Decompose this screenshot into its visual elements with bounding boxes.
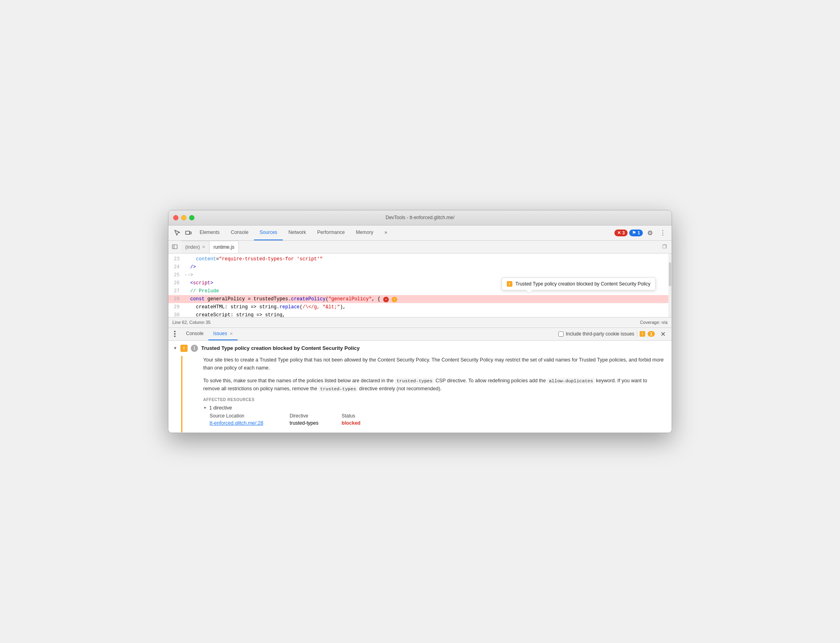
tab-more[interactable]: » xyxy=(379,226,393,240)
affected-resources-label: AFFECTED RESOURCES xyxy=(203,397,665,402)
close-index-tab[interactable]: ✕ xyxy=(202,245,205,249)
col-header-directive: Directive xyxy=(290,413,342,419)
devtools-toolbar-right: ✕ 3 ⚑ 1 ⚙ ⋮ xyxy=(614,227,668,238)
directive-value: trusted-types xyxy=(290,420,342,426)
tooltip-warn-icon: ! xyxy=(507,281,512,287)
issue-warning-icon: ! xyxy=(180,345,188,352)
issue-count-badge: 1 xyxy=(191,345,198,352)
source-panel-right: ❐ xyxy=(660,242,672,252)
code-line-24: 24 /> xyxy=(168,263,672,271)
tab-console[interactable]: Console xyxy=(225,226,254,240)
third-party-cookie-checkbox[interactable] xyxy=(558,331,564,337)
directive-count-label: 1 directive xyxy=(209,405,232,411)
table-row: tt-enforced.glitch.me/:28 trusted-types … xyxy=(210,420,665,426)
code-line-28: 28 const generalPolicy = trustedTypes.cr… xyxy=(168,295,672,303)
svg-rect-1 xyxy=(190,232,191,234)
collapse-panel-button[interactable]: ❐ xyxy=(660,242,669,252)
window-controls xyxy=(173,215,194,220)
bottom-tab-bar: Console Issues ✕ Include third-party coo… xyxy=(168,328,672,341)
tab-performance[interactable]: Performance xyxy=(312,226,350,240)
issue-body: Your site tries to create a Trusted Type… xyxy=(181,356,672,433)
directive-chevron: ▼ xyxy=(203,406,207,410)
code-line-30: 30 createScript: string => string, xyxy=(168,311,672,318)
code-scroll-thumb[interactable] xyxy=(669,262,671,286)
issue-description-1: Your site tries to create a Trusted Type… xyxy=(203,356,665,372)
main-tabs: Elements Console Sources Network Perform… xyxy=(194,226,614,240)
tab-elements[interactable]: Elements xyxy=(194,226,225,240)
devtools-tab-bar: Elements Console Sources Network Perform… xyxy=(168,226,672,241)
third-party-cookie-checkbox-label[interactable]: Include third-party cookie issues xyxy=(558,331,634,337)
col-header-source: Source Location xyxy=(210,413,290,419)
resources-table: Source Location Directive Status tt-enfo… xyxy=(210,413,665,426)
warnings-badge[interactable]: ⚑ 1 xyxy=(629,230,643,236)
svg-rect-0 xyxy=(186,231,190,234)
minimize-button[interactable] xyxy=(181,215,186,220)
close-button[interactable] xyxy=(173,215,178,220)
table-header: Source Location Directive Status xyxy=(210,413,665,420)
close-issues-tab[interactable]: ✕ xyxy=(230,331,233,336)
status-badge: blocked xyxy=(342,420,382,426)
issue-tooltip: ! Trusted Type policy creation blocked b… xyxy=(502,278,656,290)
bottom-panel-right: Include third-party cookie issues ! 1 ✕ xyxy=(558,328,672,339)
maximize-button[interactable] xyxy=(189,215,194,220)
tab-memory[interactable]: Memory xyxy=(350,226,379,240)
errors-badge[interactable]: ✕ 3 xyxy=(614,230,628,236)
show-sidebar-button[interactable] xyxy=(170,242,180,252)
panel-menu-button[interactable] xyxy=(170,329,180,339)
issue-description-2: To solve this, make sure that the names … xyxy=(203,377,665,393)
tab-sources[interactable]: Sources xyxy=(254,226,283,240)
titlebar: DevTools - tt-enforced.glitch.me/ xyxy=(168,210,672,226)
bottom-warnings-badge: 1 xyxy=(648,331,655,337)
source-tab-runtime[interactable]: runtime.js xyxy=(210,241,239,253)
devtools-window: DevTools - tt-enforced.glitch.me/ Elemen… xyxy=(168,210,672,433)
code-scrollbar[interactable] xyxy=(668,254,672,317)
code-line-23: 23 content="require-trusted-types-for 's… xyxy=(168,255,672,263)
directive-collapse-row[interactable]: ▼ 1 directive xyxy=(203,405,665,411)
device-toolbar-button[interactable] xyxy=(183,227,194,238)
code-line-29: 29 createHTML: string => string.replace(… xyxy=(168,303,672,311)
source-file-tabs: (index) ✕ runtime.js ❐ xyxy=(168,241,672,254)
issue-header[interactable]: ▼ ! 1 Trusted Type policy creation block… xyxy=(168,341,672,356)
tooltip-text: Trusted Type policy creation blocked by … xyxy=(516,281,651,287)
tab-network[interactable]: Network xyxy=(283,226,312,240)
col-header-status: Status xyxy=(342,413,382,419)
source-tab-index[interactable]: (index) ✕ xyxy=(181,241,210,253)
close-bottom-panel[interactable]: ✕ xyxy=(657,328,668,339)
divider xyxy=(637,331,637,337)
tooltip-arrow xyxy=(526,290,532,293)
svg-rect-2 xyxy=(172,245,177,249)
settings-button[interactable]: ⚙ xyxy=(644,227,656,238)
errors-count: 3 xyxy=(622,230,625,235)
warnings-count: 1 xyxy=(638,230,640,235)
issue-item: ▼ ! 1 Trusted Type policy creation block… xyxy=(168,341,672,433)
affected-resources-section: AFFECTED RESOURCES ▼ 1 directive Source … xyxy=(203,397,665,426)
issue-title: Trusted Type policy creation blocked by … xyxy=(201,345,360,351)
source-location-link[interactable]: tt-enforced.glitch.me/:28 xyxy=(210,420,290,426)
issues-panel: ▼ ! 1 Trusted Type policy creation block… xyxy=(168,341,672,433)
bottom-warn-icon: ! xyxy=(640,331,645,337)
tab-issues[interactable]: Issues ✕ xyxy=(208,328,238,340)
code-editor[interactable]: 23 content="require-trusted-types-for 's… xyxy=(168,254,672,318)
status-bar: Line 62, Column 35 Coverage: n/a xyxy=(168,318,672,328)
tab-console-bottom[interactable]: Console xyxy=(181,328,208,340)
coverage-info: Coverage: n/a xyxy=(640,320,668,325)
cursor-position: Line 62, Column 35 xyxy=(172,320,210,325)
issue-expand-chevron[interactable]: ▼ xyxy=(173,346,177,350)
inspect-element-button[interactable] xyxy=(172,227,183,238)
window-title: DevTools - tt-enforced.glitch.me/ xyxy=(386,215,454,220)
more-options-button[interactable]: ⋮ xyxy=(657,227,668,238)
